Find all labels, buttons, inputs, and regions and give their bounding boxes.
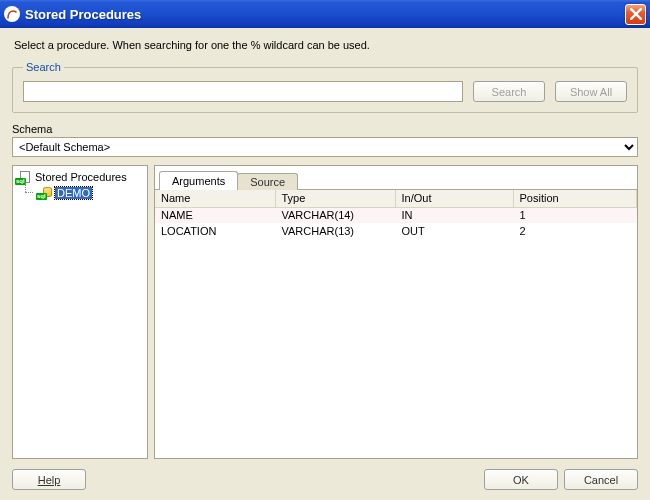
cell-inout: IN xyxy=(395,207,513,223)
search-row: Search Show All xyxy=(23,81,627,102)
search-button[interactable]: Search xyxy=(473,81,545,102)
footer: Help OK Cancel xyxy=(12,469,638,490)
procedure-icon: sql xyxy=(37,186,52,199)
tree-item[interactable]: sql DEMO xyxy=(21,186,147,199)
search-group: Search Search Show All xyxy=(12,61,638,113)
cell-inout: OUT xyxy=(395,223,513,239)
title-bar: Stored Procedures xyxy=(0,0,650,28)
col-header-position[interactable]: Position xyxy=(513,190,637,207)
tabstrip: Arguments Source xyxy=(155,166,637,190)
arguments-table: Name Type In/Out Position NAME VARCHAR(1… xyxy=(155,190,637,239)
main-split: sql Stored Procedures sql DEMO Arguments… xyxy=(12,165,638,459)
cell-type: VARCHAR(13) xyxy=(275,223,395,239)
tab-arguments[interactable]: Arguments xyxy=(159,171,238,190)
tree-connector-icon xyxy=(21,186,34,199)
cancel-button[interactable]: Cancel xyxy=(564,469,638,490)
window-title: Stored Procedures xyxy=(25,7,625,22)
col-header-name[interactable]: Name xyxy=(155,190,275,207)
tree-item-label: DEMO xyxy=(55,187,92,199)
stored-procedures-icon: sql xyxy=(17,170,32,184)
cell-name: NAME xyxy=(155,207,275,223)
schema-select[interactable]: <Default Schema> xyxy=(12,137,638,157)
app-icon xyxy=(4,6,20,22)
details-pane: Arguments Source Name Type In/Out Positi… xyxy=(154,165,638,459)
search-input[interactable] xyxy=(23,81,463,102)
cell-position: 2 xyxy=(513,223,637,239)
close-button[interactable] xyxy=(625,4,646,25)
table-row[interactable]: LOCATION VARCHAR(13) OUT 2 xyxy=(155,223,637,239)
dialog-content: Select a procedure. When searching for o… xyxy=(0,28,650,500)
instructions-text: Select a procedure. When searching for o… xyxy=(12,39,638,51)
ok-button[interactable]: OK xyxy=(484,469,558,490)
tab-source[interactable]: Source xyxy=(237,173,298,190)
table-header-row: Name Type In/Out Position xyxy=(155,190,637,207)
show-all-button[interactable]: Show All xyxy=(555,81,627,102)
help-button[interactable]: Help xyxy=(12,469,86,490)
tree-root-label: Stored Procedures xyxy=(35,171,127,183)
tree-pane: sql Stored Procedures sql DEMO xyxy=(12,165,148,459)
col-header-inout[interactable]: In/Out xyxy=(395,190,513,207)
tree-root[interactable]: sql Stored Procedures xyxy=(17,170,147,184)
cell-position: 1 xyxy=(513,207,637,223)
table-row[interactable]: NAME VARCHAR(14) IN 1 xyxy=(155,207,637,223)
arguments-table-wrap: Name Type In/Out Position NAME VARCHAR(1… xyxy=(155,190,637,458)
schema-label: Schema xyxy=(12,123,638,135)
col-header-type[interactable]: Type xyxy=(275,190,395,207)
cell-type: VARCHAR(14) xyxy=(275,207,395,223)
search-legend: Search xyxy=(23,61,64,73)
cell-name: LOCATION xyxy=(155,223,275,239)
